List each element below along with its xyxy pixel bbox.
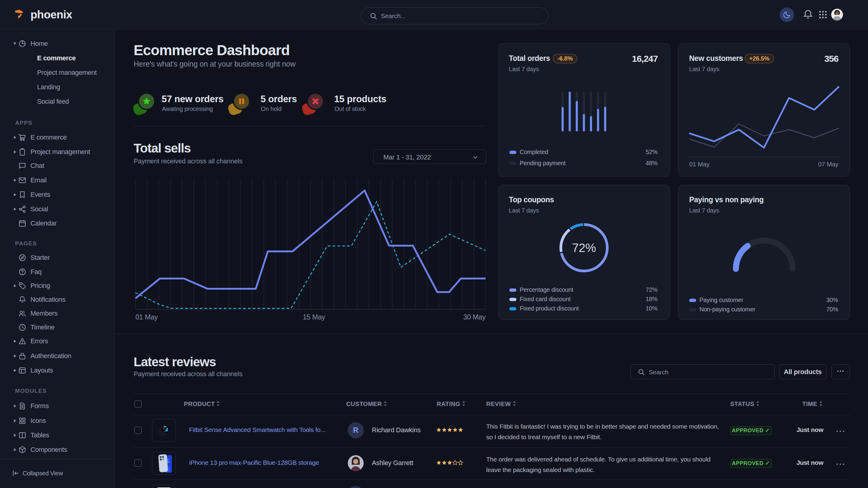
svg-text:01 May: 01 May — [135, 313, 158, 321]
svg-text:72%: 72% — [572, 241, 596, 254]
svg-text:30 May: 30 May — [463, 313, 486, 321]
svg-text:15 May: 15 May — [303, 313, 326, 321]
